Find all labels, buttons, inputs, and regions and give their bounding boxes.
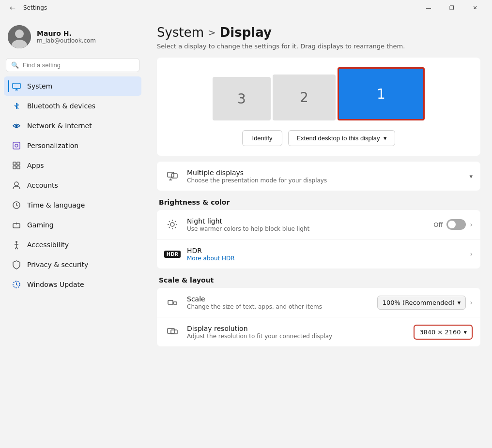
sidebar-item-accounts[interactable]: Accounts xyxy=(4,176,141,195)
night-light-chevron-icon: › xyxy=(470,221,473,228)
extend-label: Extend desktop to this display xyxy=(296,134,380,142)
sidebar-item-windows-update[interactable]: Windows Update xyxy=(4,275,141,294)
sidebar: Mauro H. m_lab@outlook.com 🔍 System Blue… xyxy=(0,15,145,448)
main-content: System > Display Select a display to cha… xyxy=(145,15,492,448)
accessibility-icon xyxy=(12,240,21,250)
window-controls: — ❐ ✕ xyxy=(417,0,486,15)
scale-desc: Change the size of text, apps, and other… xyxy=(187,303,370,310)
multiple-displays-card: Multiple displays Choose the presentatio… xyxy=(157,162,480,191)
accounts-icon xyxy=(12,180,21,190)
sidebar-item-personalization[interactable]: Personalization xyxy=(4,136,141,155)
search-box[interactable]: 🔍 xyxy=(6,58,139,72)
monitor-2[interactable]: 2 xyxy=(273,75,336,120)
sidebar-item-label-privacy: Privacy & security xyxy=(27,261,88,269)
svg-point-6 xyxy=(15,125,18,127)
svg-rect-37 xyxy=(173,302,177,304)
svg-line-34 xyxy=(169,227,170,228)
night-light-status: Off xyxy=(433,221,443,228)
maximize-button[interactable]: ❐ xyxy=(441,0,463,15)
brightness-card: Night light Use warmer colors to help bl… xyxy=(157,210,480,269)
scale-chevron-icon: ▾ xyxy=(458,299,461,306)
avatar xyxy=(8,25,31,48)
system-icon xyxy=(12,81,21,91)
night-light-title: Night light xyxy=(187,217,427,225)
resolution-text: Display resolution Adjust the resolution… xyxy=(187,325,407,340)
sidebar-item-label-accessibility: Accessibility xyxy=(27,241,69,249)
breadcrumb: System > Display xyxy=(157,25,480,40)
resolution-row[interactable]: Display resolution Adjust the resolution… xyxy=(157,317,480,346)
bluetooth-icon xyxy=(12,101,21,111)
svg-line-32 xyxy=(169,221,170,222)
sidebar-item-accessibility[interactable]: Accessibility xyxy=(4,235,141,254)
multiple-displays-control: ▾ xyxy=(469,173,473,180)
hdr-row[interactable]: HDR HDR More about HDR › xyxy=(157,239,480,269)
svg-point-1 xyxy=(15,30,24,38)
user-info: Mauro H. m_lab@outlook.com xyxy=(37,30,138,44)
hdr-title: HDR xyxy=(187,247,463,254)
scale-dropdown[interactable]: 100% (Recommended) ▾ xyxy=(377,296,466,310)
svg-line-35 xyxy=(175,221,176,222)
scale-section-header: Scale & layout xyxy=(157,276,480,284)
svg-rect-12 xyxy=(17,166,20,169)
sidebar-item-label-personalization: Personalization xyxy=(27,142,78,149)
multiple-displays-text: Multiple displays Choose the presentatio… xyxy=(187,169,462,184)
breadcrumb-separator: > xyxy=(208,27,216,38)
sidebar-item-label-apps: Apps xyxy=(27,162,44,169)
hdr-control: › xyxy=(470,250,473,258)
scale-control: 100% (Recommended) ▾ › xyxy=(377,296,473,310)
sidebar-item-label-system: System xyxy=(27,82,52,90)
monitor-1[interactable]: 1 xyxy=(338,67,425,120)
resolution-control: 3840 × 2160 ▾ xyxy=(414,325,473,340)
sidebar-item-time[interactable]: Time & language xyxy=(4,195,141,215)
search-input[interactable] xyxy=(23,61,134,69)
svg-rect-3 xyxy=(13,83,20,89)
sidebar-item-gaming[interactable]: Gaming xyxy=(4,215,141,235)
resolution-dropdown[interactable]: 3840 × 2160 ▾ xyxy=(414,325,473,340)
identify-button[interactable]: Identify xyxy=(242,130,283,146)
scale-title: Scale xyxy=(187,295,370,303)
sidebar-item-apps[interactable]: Apps xyxy=(4,156,141,175)
night-light-desc: Use warmer colors to help block blue lig… xyxy=(187,225,427,232)
hdr-text: HDR More about HDR xyxy=(187,247,463,262)
user-name: Mauro H. xyxy=(37,30,138,37)
svg-point-8 xyxy=(15,144,18,147)
user-profile: Mauro H. m_lab@outlook.com xyxy=(0,19,145,54)
page-subtitle: Select a display to change the settings … xyxy=(157,43,480,50)
night-light-text: Night light Use warmer colors to help bl… xyxy=(187,217,427,232)
multiple-displays-desc: Choose the presentation mode for your di… xyxy=(187,177,462,184)
sidebar-item-label-gaming: Gaming xyxy=(27,221,54,229)
night-light-toggle[interactable] xyxy=(446,219,466,230)
time-icon xyxy=(12,200,21,210)
user-email: m_lab@outlook.com xyxy=(37,37,138,44)
scale-value: 100% (Recommended) xyxy=(383,299,455,306)
back-button[interactable]: ← xyxy=(6,1,19,15)
night-light-row[interactable]: Night light Use warmer colors to help bl… xyxy=(157,210,480,239)
hdr-link[interactable]: More about HDR xyxy=(187,255,463,262)
close-button[interactable]: ✕ xyxy=(464,0,486,15)
svg-rect-36 xyxy=(168,300,173,304)
monitor-3[interactable]: 3 xyxy=(213,77,271,120)
multiple-displays-row[interactable]: Multiple displays Choose the presentatio… xyxy=(157,162,480,191)
privacy-icon xyxy=(12,260,21,269)
display-selector-card: 3 2 1 Identify Extend desktop to this di… xyxy=(157,58,480,156)
scale-icon xyxy=(165,295,180,310)
chevron-down-icon: ▾ xyxy=(469,173,473,180)
personalization-icon xyxy=(12,141,21,150)
sidebar-item-network[interactable]: Network & internet xyxy=(4,116,141,135)
svg-rect-9 xyxy=(13,162,16,165)
sidebar-item-bluetooth[interactable]: Bluetooth & devices xyxy=(4,96,141,116)
svg-point-13 xyxy=(15,182,18,186)
extend-chevron-icon: ▾ xyxy=(384,134,387,142)
scale-row[interactable]: Scale Change the size of text, apps, and… xyxy=(157,288,480,317)
nav-container: System Bluetooth & devices Network & int… xyxy=(0,76,145,295)
svg-rect-11 xyxy=(13,166,16,169)
breadcrumb-current: Display xyxy=(220,25,272,40)
sidebar-item-system[interactable]: System xyxy=(4,76,141,96)
minimize-button[interactable]: — xyxy=(417,0,440,15)
sidebar-item-privacy[interactable]: Privacy & security xyxy=(4,255,141,274)
multiple-displays-title: Multiple displays xyxy=(187,169,462,177)
extend-button[interactable]: Extend desktop to this display ▾ xyxy=(288,130,395,146)
search-icon: 🔍 xyxy=(11,61,19,69)
titlebar: ← Settings — ❐ ✕ xyxy=(0,0,492,15)
hdr-badge: HDR xyxy=(164,251,181,258)
